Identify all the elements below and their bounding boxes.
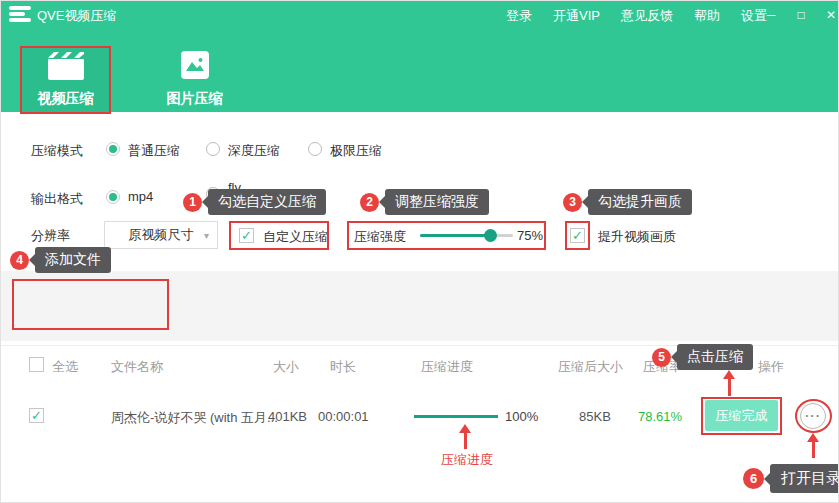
tooltip-1-number: 1 bbox=[183, 193, 202, 212]
enhance-quality-label[interactable]: 提升视频画质 bbox=[598, 228, 676, 246]
tab-image-compress[interactable]: 图片压缩 bbox=[149, 46, 240, 114]
header-duration: 时长 bbox=[330, 358, 356, 376]
arrow-to-compress-button bbox=[723, 370, 735, 396]
maximize-icon[interactable]: □ bbox=[794, 8, 808, 22]
tooltip-2: 2 调整压缩强度 bbox=[360, 189, 489, 215]
format-label: 输出格式 bbox=[31, 190, 83, 208]
tab-image-label: 图片压缩 bbox=[149, 90, 240, 108]
header-action: 操作 bbox=[758, 358, 784, 376]
row-ratio: 78.61% bbox=[638, 409, 682, 424]
select-all-checkbox[interactable] bbox=[29, 357, 44, 372]
chevron-down-icon: ▾ bbox=[204, 230, 209, 241]
tooltip-3-number: 3 bbox=[563, 193, 582, 212]
row-checkbox[interactable] bbox=[29, 408, 44, 423]
tooltip-2-text: 调整压缩强度 bbox=[385, 189, 489, 215]
title-bar: QVE视频压缩 登录 开通VIP 意见反馈 帮助 设置 ─ □ ✕ bbox=[1, 1, 839, 28]
film-clapper-icon bbox=[47, 51, 85, 83]
tooltip-2-number: 2 bbox=[360, 193, 379, 212]
row-file-name: 周杰伦-说好不哭 (with 五月... bbox=[111, 409, 278, 427]
topbar-links: 登录 开通VIP 意见反馈 帮助 设置 bbox=[506, 7, 767, 25]
app-logo-icon bbox=[9, 6, 31, 23]
feedback-link[interactable]: 意见反馈 bbox=[621, 7, 673, 25]
tooltip-5-text: 点击压缩 bbox=[677, 344, 753, 370]
resolution-label: 分辨率 bbox=[31, 227, 70, 245]
resolution-value: 原视频尺寸 bbox=[129, 226, 194, 244]
strength-value: 75% bbox=[517, 228, 543, 243]
compress-done-button[interactable]: 压缩完成 bbox=[705, 400, 778, 431]
app-window: QVE视频压缩 登录 开通VIP 意见反馈 帮助 设置 ─ □ ✕ 视频压缩 bbox=[0, 0, 839, 503]
radio-deep-label[interactable]: 深度压缩 bbox=[228, 142, 280, 160]
row-duration: 00:00:01 bbox=[318, 409, 369, 424]
radio-mp4-label[interactable]: mp4 bbox=[128, 189, 153, 204]
radio-normal-label[interactable]: 普通压缩 bbox=[128, 142, 180, 160]
tooltip-4: 4 添加文件 bbox=[10, 247, 111, 273]
tooltip-4-number: 4 bbox=[10, 251, 29, 270]
vip-link[interactable]: 开通VIP bbox=[553, 7, 600, 25]
header-after-size: 压缩后大小 bbox=[558, 358, 623, 376]
strength-slider-fill bbox=[420, 234, 490, 237]
row-size: 401KB bbox=[268, 409, 307, 424]
tab-video-label: 视频压缩 bbox=[20, 90, 111, 108]
help-link[interactable]: 帮助 bbox=[694, 7, 720, 25]
strength-label: 压缩强度 bbox=[354, 228, 406, 246]
window-controls: ─ □ ✕ bbox=[764, 1, 838, 28]
tooltip-4-text: 添加文件 bbox=[35, 247, 111, 273]
tooltip-3: 3 勾选提升画质 bbox=[563, 189, 692, 215]
header-progress: 压缩进度 bbox=[421, 358, 473, 376]
tooltip-5: 5 点击压缩 bbox=[652, 344, 753, 370]
arrow-to-progress-bar bbox=[459, 424, 471, 449]
radio-deep-compress[interactable] bbox=[206, 142, 220, 156]
tooltip-5-number: 5 bbox=[652, 348, 671, 367]
image-icon bbox=[181, 51, 209, 79]
file-toolbar: 添加视频文件 选择文件夹，导入要压缩的视频 一键压缩 bbox=[1, 271, 839, 341]
tooltip-6-number: 6 bbox=[743, 468, 764, 489]
custom-compress-label[interactable]: 自定义压缩 bbox=[263, 228, 328, 246]
tab-strip: 视频压缩 图片压缩 bbox=[1, 28, 839, 112]
tooltip-6: 6 打开目录 bbox=[743, 464, 839, 493]
tooltip-6-text: 打开目录 bbox=[770, 464, 839, 493]
login-link[interactable]: 登录 bbox=[506, 7, 532, 25]
radio-extreme-label[interactable]: 极限压缩 bbox=[330, 142, 382, 160]
tooltip-1: 1 勾选自定义压缩 bbox=[183, 189, 326, 215]
tab-video-compress[interactable]: 视频压缩 bbox=[20, 46, 111, 114]
custom-compress-checkbox[interactable] bbox=[239, 228, 254, 243]
minimize-icon[interactable]: ─ bbox=[764, 8, 778, 22]
radio-extreme-compress[interactable] bbox=[308, 142, 322, 156]
header-size: 大小 bbox=[273, 358, 299, 376]
mode-label: 压缩模式 bbox=[31, 142, 83, 160]
row-after-size: 85KB bbox=[579, 409, 611, 424]
annotation-box-add-video bbox=[12, 279, 169, 330]
resolution-dropdown[interactable]: 原视频尺寸 ▾ bbox=[104, 221, 218, 249]
strength-slider-knob[interactable] bbox=[484, 229, 497, 242]
progress-annotation-label: 压缩进度 bbox=[441, 451, 493, 469]
app-title: QVE视频压缩 bbox=[37, 7, 116, 25]
arrow-to-more-button bbox=[807, 433, 819, 458]
strength-slider[interactable] bbox=[420, 234, 513, 237]
radio-normal-compress[interactable] bbox=[106, 142, 120, 156]
close-icon[interactable]: ✕ bbox=[824, 8, 838, 22]
tooltip-3-text: 勾选提升画质 bbox=[588, 189, 692, 215]
table-row: 周杰伦-说好不哭 (with 五月... 401KB 00:00:01 100%… bbox=[1, 393, 839, 441]
header-file-name: 文件名称 bbox=[111, 358, 163, 376]
enhance-quality-checkbox[interactable] bbox=[570, 228, 585, 243]
more-actions-button[interactable]: ··· bbox=[800, 403, 826, 429]
radio-mp4[interactable] bbox=[106, 190, 120, 204]
row-progress-percent: 100% bbox=[505, 409, 538, 424]
select-all-label[interactable]: 全选 bbox=[52, 358, 78, 376]
row-progress-bar bbox=[414, 415, 498, 418]
tooltip-1-text: 勾选自定义压缩 bbox=[208, 189, 326, 215]
